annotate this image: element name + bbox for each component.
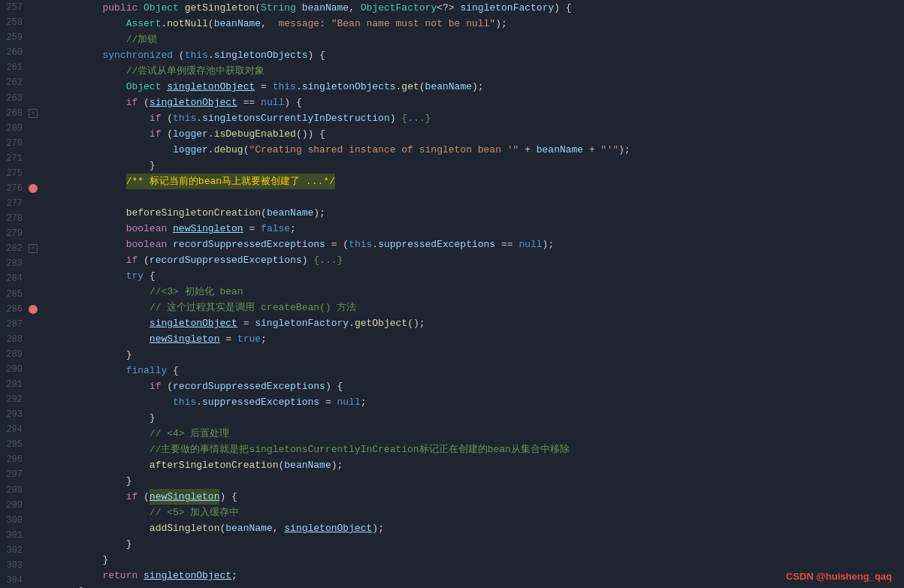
token: singletonObject [150, 95, 237, 110]
gutter-row: 257 [0, 0, 53, 15]
token: ) [390, 110, 402, 126]
token: this [349, 237, 372, 252]
token: beanName [537, 142, 583, 158]
token: singletonFactory [255, 315, 349, 331]
code-line: Assert.notNull(beanName, message: "Bean … [56, 16, 904, 32]
gutter-row: 288 [0, 332, 53, 347]
code-line: //主要做的事情就是把singletonsCurrentlyInCreation… [56, 442, 904, 457]
token: this [173, 110, 196, 126]
indent [56, 457, 150, 473]
indent [56, 552, 102, 568]
indent [56, 47, 102, 63]
code-line: /** 标记当前的bean马上就要被创建了 ...*/ [56, 173, 904, 189]
token: try [126, 268, 144, 284]
indent [56, 237, 126, 252]
code-line: this.suppressedExceptions = null; [56, 394, 904, 410]
token: } [126, 347, 132, 363]
code-line: if (recordSuppressedExceptions) {...} [56, 252, 904, 268]
token: isDebugEnabled [214, 126, 296, 142]
line-number: 284 [0, 273, 29, 284]
token: ) { [325, 378, 343, 394]
line-number: 258 [0, 17, 29, 28]
line-number: 291 [0, 379, 29, 390]
line-number: 295 [0, 439, 29, 450]
gutter-row: 278 [0, 211, 53, 226]
token: ObjectFactory [361, 0, 437, 16]
line-number: 296 [0, 454, 29, 465]
code-line: return singletonObject; [56, 568, 904, 583]
token: } [126, 536, 132, 552]
token: null [261, 95, 284, 110]
code-line: } [56, 583, 904, 588]
line-number: 278 [0, 213, 29, 224]
token: ); [472, 79, 484, 95]
token: ) { [284, 95, 301, 110]
token [455, 0, 461, 16]
token: singletonObject [144, 568, 231, 583]
token: if [126, 489, 138, 505]
indent [56, 300, 150, 315]
code-line: synchronized (this.singletonObjects) { [56, 47, 904, 63]
token: recordSuppressedExceptions [173, 237, 325, 252]
code-line: if (logger.isDebugEnabled()) { [56, 126, 904, 142]
gutter-row: 263 [0, 90, 53, 105]
token: message: "Bean name must not be null" [279, 16, 496, 32]
code-line: } [56, 347, 904, 363]
token: String [261, 0, 296, 16]
token: ; [231, 568, 237, 583]
code-line: afterSingletonCreation(beanName); [56, 457, 904, 473]
token: synchronized [102, 47, 173, 63]
token: // <4> 后置处理 [150, 426, 230, 442]
token: ); [495, 16, 507, 32]
code-line: if (this.singletonsCurrentlyInDestructio… [56, 110, 904, 126]
token: suppressedExceptions [378, 237, 495, 252]
indent [56, 442, 150, 457]
token: ( [278, 457, 284, 473]
code-line: } [56, 536, 904, 552]
code-line: } [56, 473, 904, 489]
code-area: 257258259260261262263268+269270271275276… [0, 0, 904, 588]
gutter-row: 291 [0, 377, 53, 392]
indent [56, 126, 150, 142]
gutter-row: 269 [0, 121, 53, 136]
token: singletonObjects [214, 47, 308, 63]
indent [56, 205, 126, 221]
token: ( [138, 489, 150, 505]
token: . [161, 16, 167, 32]
token [296, 0, 302, 16]
token: /** 标记当前的bean马上就要被创建了 ...*/ [126, 173, 335, 189]
line-number: 290 [0, 364, 29, 375]
code-line: // <4> 后置处理 [56, 426, 904, 442]
code-content: public Object getSingleton(String beanNa… [53, 0, 904, 588]
token: , [349, 0, 361, 16]
code-line: //加锁 [56, 32, 904, 47]
code-line: boolean recordSuppressedExceptions = (th… [56, 237, 904, 252]
fold-icon[interactable]: + [29, 244, 38, 253]
line-number: 297 [0, 469, 29, 480]
indent [56, 173, 126, 189]
indent [56, 394, 173, 410]
token: singletonObject [284, 520, 372, 536]
token: , [273, 520, 285, 536]
breakpoint-icon[interactable] [29, 184, 38, 193]
token: ( [161, 378, 173, 394]
token: notNull [167, 16, 208, 32]
code-line: addSingleton(beanName, singletonObject); [56, 520, 904, 536]
line-number: 268 [0, 108, 29, 119]
gutter-row: 286 [0, 302, 53, 317]
code-line: } [56, 410, 904, 426]
fold-icon[interactable]: + [29, 109, 38, 118]
breakpoint-icon[interactable] [29, 305, 38, 314]
token: ( [243, 142, 249, 158]
token: == [237, 95, 261, 110]
gutter-row: 279 [0, 226, 53, 241]
token: . [208, 142, 214, 158]
gutter-row: 295 [0, 437, 53, 452]
token: ( [255, 0, 261, 16]
indent [56, 110, 150, 126]
code-line: //<3> 初始化 bean [56, 284, 904, 300]
token: } [79, 583, 85, 588]
indent [56, 284, 150, 300]
line-number: 300 [0, 515, 29, 526]
line-number: 276 [0, 183, 29, 194]
